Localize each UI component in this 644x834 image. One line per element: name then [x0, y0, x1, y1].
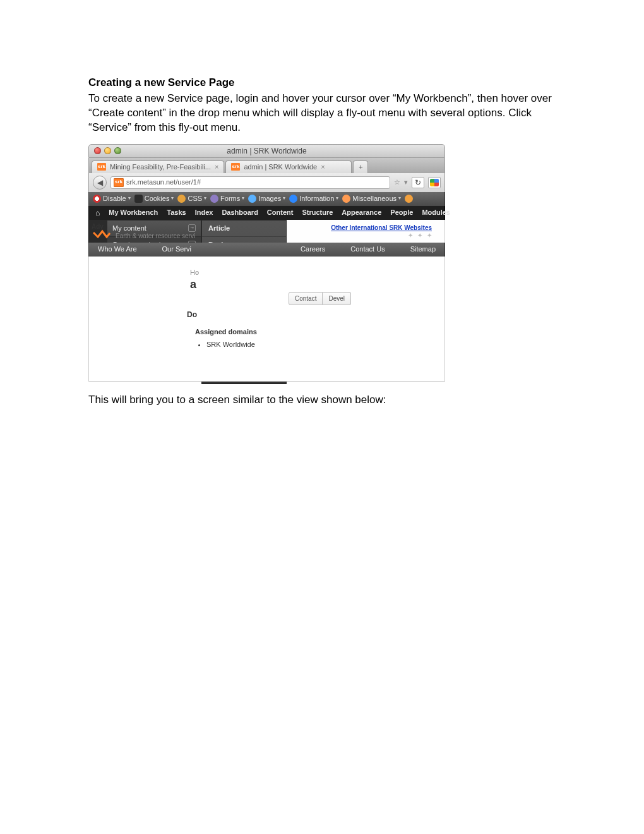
dev-cookies[interactable]: Cookies▾: [134, 194, 174, 203]
url-field[interactable]: srk srk.metasun.net/user/1#: [110, 176, 390, 189]
close-tab-icon[interactable]: ×: [215, 162, 218, 172]
site-logo-icon: [93, 229, 110, 239]
dev-css[interactable]: CSS▾: [177, 194, 206, 203]
browser-tabbar: srk Mining Feasibility, Pre-Feasibili...…: [88, 158, 445, 173]
admin-content[interactable]: Content: [267, 208, 294, 217]
assigned-domains-list: SRK Worldwide: [198, 340, 255, 349]
doc-followup: This will bring you to a screen similar …: [88, 393, 556, 408]
back-button[interactable]: ◀: [93, 176, 107, 190]
nav-careers[interactable]: Careers: [301, 245, 325, 254]
dev-outline[interactable]: [405, 195, 413, 203]
admin-dashboard[interactable]: Dashboard: [222, 208, 258, 217]
browser-tab-2[interactable]: srk admin | SRK Worldwide ×: [225, 160, 352, 173]
reload-button[interactable]: ↻: [412, 177, 424, 188]
site-tagline: Earth & water resource servi: [116, 232, 195, 241]
admin-tasks[interactable]: Tasks: [167, 208, 186, 217]
window-titlebar: admin | SRK Worldwide: [88, 144, 445, 158]
new-tab-button[interactable]: +: [353, 160, 368, 173]
nav-contact-us[interactable]: Contact Us: [350, 245, 385, 254]
world-map-icon: ✦ ✦ ✦: [408, 231, 433, 240]
dropdown-caret-icon[interactable]: ▾: [404, 178, 408, 187]
admin-appearance[interactable]: Appearance: [342, 208, 381, 217]
dev-misc[interactable]: Miscellaneous▾: [342, 194, 401, 203]
tab-2-label: admin | SRK Worldwide: [244, 162, 317, 172]
tab-devel[interactable]: Devel: [323, 292, 351, 306]
browser-tab-1[interactable]: srk Mining Feasibility, Pre-Feasibili...…: [92, 160, 224, 173]
nav-who-we-are[interactable]: Who We Are: [98, 245, 137, 254]
url-actions: ☆ ▾ ↻: [394, 177, 424, 188]
images-icon: [248, 195, 256, 203]
expand-icon: →: [188, 224, 196, 232]
dev-toolbar: Disable▾ Cookies▾ CSS▾ Forms▾ Images▾ In…: [88, 192, 445, 206]
admin-bar: ⌂ My Workbench Tasks Index Dashboard Con…: [88, 206, 445, 220]
favicon-icon: srk: [97, 163, 106, 171]
outline-icon: [405, 195, 413, 203]
person-icon: [134, 195, 143, 203]
misc-icon: [342, 195, 350, 203]
assigned-domain-item: SRK Worldwide: [206, 340, 255, 349]
tab-1-label: Mining Feasibility, Pre-Feasibili...: [110, 162, 211, 172]
flyout-item-article[interactable]: Article: [202, 221, 286, 237]
doc-heading: Creating a new Service Page: [88, 76, 556, 90]
window-title: admin | SRK Worldwide: [89, 146, 444, 156]
disable-icon: [93, 195, 101, 203]
admin-modules[interactable]: Modules: [422, 208, 450, 217]
back-arrow-icon: ◀: [97, 178, 103, 188]
site-nav: Who We Are Our Servi Careers Contact Us …: [88, 243, 445, 257]
local-tabs: Contact Devel: [289, 292, 351, 306]
admin-my-workbench[interactable]: My Workbench: [109, 208, 158, 217]
bookmark-star-icon[interactable]: ☆: [394, 178, 400, 187]
url-bar: ◀ srk srk.metasun.net/user/1# ☆ ▾ ↻: [88, 173, 445, 192]
admin-structure[interactable]: Structure: [302, 208, 333, 217]
favicon-icon: srk: [231, 163, 240, 171]
dev-disable[interactable]: Disable▾: [93, 194, 131, 203]
screenshot: admin | SRK Worldwide srk Mining Feasibi…: [88, 144, 445, 382]
close-tab-icon[interactable]: ×: [321, 162, 325, 172]
bg-text-a: a: [190, 277, 196, 292]
dev-information[interactable]: Information▾: [289, 194, 338, 203]
info-icon: [289, 195, 297, 203]
dev-forms[interactable]: Forms▾: [210, 194, 244, 203]
dev-images[interactable]: Images▾: [248, 194, 285, 203]
doc-intro: To create a new Service page, login and …: [88, 92, 556, 135]
bg-text-do: Do: [187, 310, 197, 320]
assigned-domains-heading: Assigned domains: [195, 327, 257, 337]
bg-text-ho: Ho: [190, 268, 199, 277]
pencil-icon: [177, 195, 186, 203]
admin-index[interactable]: Index: [195, 208, 213, 217]
home-icon[interactable]: ⌂: [95, 208, 100, 218]
url-text: srk.metasun.net/user/1#: [126, 178, 201, 187]
tab-contact[interactable]: Contact: [289, 292, 323, 306]
site-header-strip: My content → Create content → Article Ba…: [88, 220, 445, 243]
admin-people[interactable]: People: [390, 208, 413, 217]
nav-our-services[interactable]: Our Servi: [162, 245, 191, 254]
forms-icon: [210, 195, 218, 203]
favicon-icon: srk: [114, 178, 124, 187]
google-icon[interactable]: [428, 177, 441, 188]
page-content: Ho a Do Contact Devel Assigned domains S…: [88, 257, 445, 382]
nav-sitemap[interactable]: Sitemap: [410, 245, 436, 254]
